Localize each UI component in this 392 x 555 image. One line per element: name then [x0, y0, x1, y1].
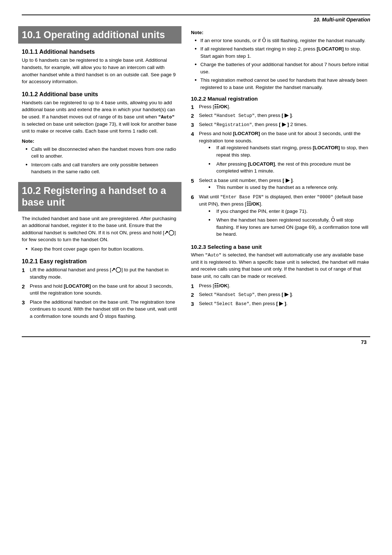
manual-step-6-subs: If you changed the PIN, enter it (page 7… — [199, 208, 370, 238]
select-base-steps: 1 Press [☷/OK]. 2 Select "Handset Setup"… — [191, 282, 370, 308]
section1-header: 10.1 Operating additional units — [18, 26, 181, 44]
note-item-2: Intercom calls and call transfers are on… — [25, 161, 178, 175]
section2-header: 10.2 Registering a handset to a base uni… — [18, 182, 181, 211]
manual-step-num-5: 5 — [191, 177, 194, 185]
sub-section-1-2-title: 10.1.2 Additional base units — [22, 91, 178, 98]
select-step-2: 2 Select "Handset Setup", then press [ ▶… — [191, 291, 370, 298]
page-number: 73 — [22, 339, 370, 345]
manual-step-5-sub-1: This number is used by the handset as a … — [208, 184, 370, 191]
sub-section-2-2-title: 10.2.2 Manual registration — [191, 96, 370, 102]
manual-step-num-2: 2 — [191, 112, 194, 120]
manual-reg-steps: 1 Press [☷/OK]. 2 Select "Handset Setup"… — [191, 103, 370, 238]
section-2-1: 10.2.1 Easy registration 1 Lift the addi… — [22, 258, 178, 320]
manual-step-2: 2 Select "Handset Setup", then press [ ▶… — [191, 112, 370, 119]
section-1-2: 10.1.2 Additional base units Handsets ca… — [22, 91, 178, 175]
sub-section-2-3-title: 10.2.3 Selecting a base unit — [191, 244, 370, 250]
manual-step-num-4: 4 — [191, 130, 194, 138]
section-2-body: The included handset and base unit are p… — [22, 215, 178, 243]
manual-step-6-sub-1: If you changed the PIN, enter it (page 7… — [208, 208, 370, 215]
top-rule — [22, 15, 370, 15]
section-2-3: 10.2.3 Selecting a base unit When "Auto"… — [191, 244, 370, 308]
section-2-intro: The included handset and base unit are p… — [22, 215, 178, 253]
manual-step-4-sub-1: If all registered handsets start ringing… — [208, 144, 370, 158]
step-num-3: 3 — [22, 299, 25, 307]
right-notes: If an error tone sounds, or if Ǒ is stil… — [191, 37, 370, 91]
note-item-1: Calls will be disconnected when the hand… — [25, 146, 178, 160]
sub-section-1-1-body: Up to 6 handsets can be registered to a … — [22, 57, 178, 85]
select-step-num-3: 3 — [191, 300, 194, 308]
manual-step-6-sub-2: When the handset has been registered suc… — [208, 216, 370, 238]
section-2-bullets: Keep the front cover page open for butto… — [22, 246, 178, 253]
chapter-header: 10. Multi-unit Operation — [22, 17, 370, 23]
easy-reg-steps: 1 Lift the additional handset and press … — [22, 266, 178, 320]
sub-section-2-1-title: 10.2.1 Easy registration — [22, 258, 178, 265]
page: 10. Multi-unit Operation 10.1 Operating … — [0, 0, 392, 555]
bottom-rule — [22, 336, 370, 337]
step-1: 1 Lift the additional handset and press … — [22, 266, 178, 280]
manual-step-4-sub-2: After pressing [LOCATOR], the rest of th… — [208, 161, 370, 175]
section-1-1: 10.1.1 Additional handsets Up to 6 hands… — [22, 49, 178, 85]
note-label-right: Note: — [191, 29, 370, 36]
step-num-2: 2 — [22, 283, 25, 291]
left-column: 10.1 Operating additional units 10.1.1 A… — [22, 26, 178, 325]
main-content: 10.1 Operating additional units 10.1.1 A… — [22, 26, 370, 325]
right-column: Note: If an error tone sounds, or if Ǒ i… — [191, 26, 370, 325]
manual-step-6: 6 Wait until "Enter Base PIN" is display… — [191, 193, 370, 238]
manual-step-3: 3 Select "Registration", then press [ ▶ … — [191, 121, 370, 128]
select-step-num-2: 2 — [191, 291, 194, 299]
right-note-1: If an error tone sounds, or if Ǒ is stil… — [195, 37, 370, 44]
right-note-3: Charge the batteries of your additional … — [195, 61, 370, 75]
manual-step-4: 4 Press and hold [LOCATOR] on the base u… — [191, 130, 370, 174]
manual-step-num-3: 3 — [191, 121, 194, 129]
manual-step-num-6: 6 — [191, 193, 194, 201]
select-step-1: 1 Press [☷/OK]. — [191, 282, 370, 289]
manual-step-5-subs: This number is used by the handset as a … — [199, 184, 370, 191]
manual-step-1: 1 Press [☷/OK]. — [191, 103, 370, 110]
right-note-2: If all registered handsets start ringing… — [195, 45, 370, 60]
step-2: 2 Press and hold [LOCATOR] on the base u… — [22, 283, 178, 297]
select-step-num-1: 1 — [191, 282, 194, 290]
manual-step-num-1: 1 — [191, 103, 194, 111]
section2-title: 10.2 Registering a handset to a base uni… — [22, 185, 178, 208]
sub-section-1-2-body: Handsets can be registered to up to 4 ba… — [22, 99, 178, 135]
manual-step-4-subs: If all registered handsets start ringing… — [199, 144, 370, 174]
step-num-1: 1 — [22, 266, 25, 274]
section1-title: 10.1 Operating additional units — [22, 29, 178, 41]
sub-section-2-3-body: When "Auto" is selected, the handset wil… — [191, 251, 370, 280]
note-list-1-2: Calls will be disconnected when the hand… — [22, 146, 178, 175]
note-label-1-2: Note: — [22, 138, 178, 145]
select-step-3: 3 Select "Select Base", then press [ ▶ ]… — [191, 300, 370, 307]
sub-section-1-1-title: 10.1.1 Additional handsets — [22, 49, 178, 55]
section-2-bullet-1: Keep the front cover page open for butto… — [25, 246, 178, 253]
section-2-2: 10.2.2 Manual registration 1 Press [☷/OK… — [191, 96, 370, 238]
step-3: 3 Place the additional handset on the ba… — [22, 299, 178, 320]
manual-step-5: 5 Select a base unit number, then press … — [191, 177, 370, 191]
right-note-4: This registration method cannot be used … — [195, 77, 370, 91]
